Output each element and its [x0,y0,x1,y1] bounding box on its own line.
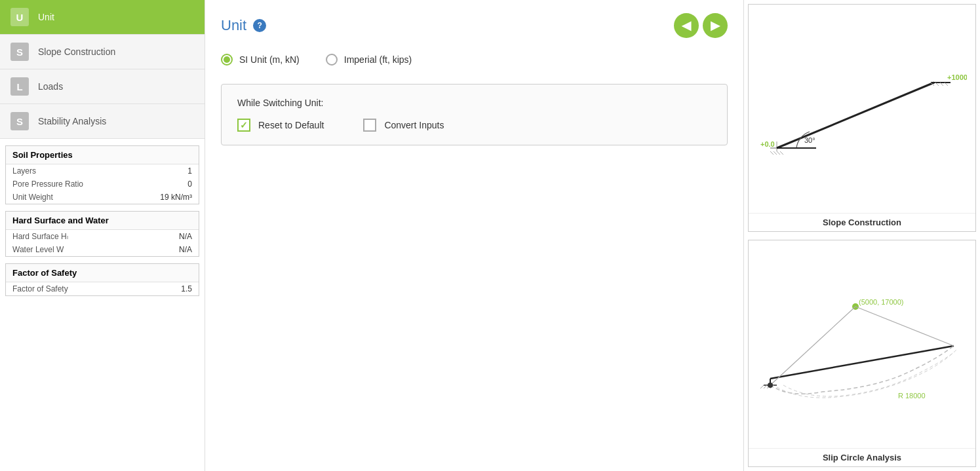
svg-text:R 18000: R 18000 [898,392,926,400]
info-panel-row: Layers 1 [6,164,199,178]
checkbox-group: Reset to Default Convert Inputs [237,119,711,132]
svg-line-19 [760,385,764,388]
svg-line-5 [780,151,783,155]
slope-construction-title: Slope Construction [749,213,975,231]
slip-circle-diagram: (5000, 17000) R 18000 Slip Circle Analys… [748,240,976,468]
sidebar-item-stability-analysis[interactable]: S Stability Analysis [0,104,205,139]
switching-unit-title: While Switching Unit: [237,98,711,108]
svg-text:(5000, 17000): (5000, 17000) [859,298,904,306]
info-panel-row: Hard Surface Hₗ N/A [6,230,199,243]
checkbox-option-convert-inputs[interactable]: Convert Inputs [363,119,444,132]
info-panel-row: Unit Weight 19 kN/m³ [6,191,199,204]
nav-buttons: ◀ ▶ [674,13,728,38]
radio-circle-imperial [326,54,338,66]
main-content: Unit ? ◀ ▶ SI Unit (m, kN) Imperial (ft,… [205,0,744,471]
nav-back-button[interactable]: ◀ [674,13,699,38]
switching-unit-box: While Switching Unit: Reset to Default C… [221,84,728,145]
sidebar-label-unit: Unit [38,12,54,22]
svg-line-26 [855,307,954,346]
help-icon[interactable]: ? [253,19,266,32]
svg-point-28 [768,383,773,388]
checkbox-box-convert-inputs [363,119,376,132]
info-panel-title-factor-of-safety: Factor of Safety [6,264,199,282]
info-panel-row: Water Level W N/A [6,243,199,256]
radio-option-imperial[interactable]: Imperial (ft, kips) [326,54,412,66]
radio-label-imperial: Imperial (ft, kips) [344,54,412,65]
svg-text:+0.0: +0.0 [760,140,775,148]
svg-line-16 [770,346,954,379]
sidebar: U Unit S Slope Construction L Loads S St… [0,0,205,471]
info-panel-title-hard-surface-water: Hard Surface and Water [6,212,199,230]
sidebar-item-slope-construction[interactable]: S Slope Construction [0,35,205,69]
svg-text:+10000.0: +10000.0 [947,73,967,81]
checkbox-label-convert-inputs: Convert Inputs [384,120,444,130]
info-panel-row: Factor of Safety 1.5 [6,282,199,295]
sidebar-letter-slope-construction: S [10,43,29,61]
checkbox-label-reset-default: Reset to Default [258,120,324,130]
sidebar-label-stability-analysis: Stability Analysis [38,116,106,126]
checkbox-box-reset-default [237,119,250,132]
main-header: Unit ? ◀ ▶ [221,13,728,38]
svg-line-3 [774,151,777,155]
svg-line-2 [770,151,774,155]
sidebar-label-slope-construction: Slope Construction [38,47,115,57]
sidebar-letter-stability-analysis: S [10,112,29,130]
slope-construction-svg-area: +10000.0 +0.0 30° [749,5,975,213]
slope-construction-diagram: +10000.0 +0.0 30° Slope Construction [748,4,976,232]
radio-label-si: SI Unit (m, kN) [239,54,300,65]
info-panel-factor-of-safety: Factor of Safety Factor of Safety 1.5 [5,263,199,296]
svg-line-4 [777,151,780,155]
info-panel-title-soil-properties: Soil Properties [6,146,199,164]
right-panel: +10000.0 +0.0 30° Slope Construction [744,0,980,471]
slip-circle-svg-area: (5000, 17000) R 18000 [749,240,975,449]
sidebar-letter-unit: U [10,8,29,26]
sidebar-item-unit[interactable]: U Unit [0,0,205,35]
main-title-area: Unit ? [221,17,266,34]
main-title: Unit [221,17,246,34]
svg-line-25 [770,307,855,385]
sidebar-letter-loads: L [10,77,29,96]
radio-circle-si [221,54,233,66]
info-panel-hard-surface-water: Hard Surface and Water Hard Surface Hₗ N… [5,211,199,257]
info-panel-soil-properties: Soil Properties Layers 1 Pore Pressure R… [5,145,199,204]
svg-text:30°: 30° [804,136,815,144]
radio-group: SI Unit (m, kN) Imperial (ft, kips) [221,54,728,66]
info-panel-row: Pore Pressure Ratio 0 [6,178,199,191]
nav-forward-button[interactable]: ▶ [703,13,728,38]
sidebar-item-loads[interactable]: L Loads [0,69,205,104]
checkbox-option-reset-default[interactable]: Reset to Default [237,119,324,132]
slip-circle-title: Slip Circle Analysis [749,448,975,466]
radio-option-si[interactable]: SI Unit (m, kN) [221,54,300,66]
sidebar-label-loads: Loads [38,81,63,92]
